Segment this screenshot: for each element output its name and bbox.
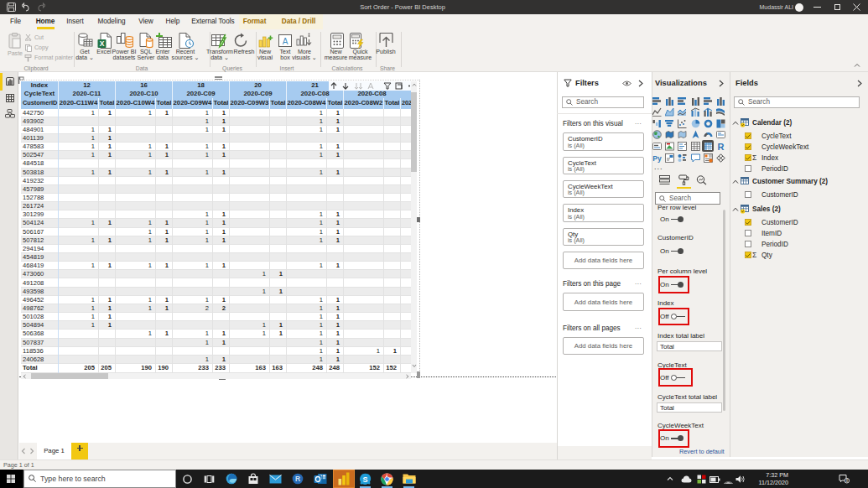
svg-text:S: S	[362, 475, 367, 484]
svg-text:Py: Py	[652, 154, 662, 163]
svg-text:X: X	[100, 39, 105, 48]
svg-text:A: A	[283, 37, 288, 46]
svg-text:R: R	[295, 475, 300, 483]
svg-text:R: R	[717, 142, 724, 151]
